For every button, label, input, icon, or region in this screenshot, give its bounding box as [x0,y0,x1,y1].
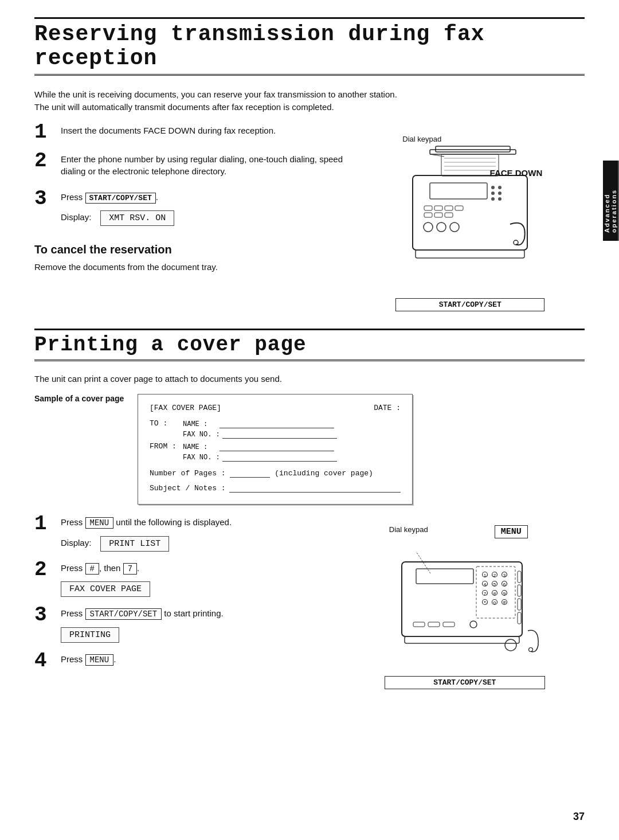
svg-text:*: * [484,600,486,605]
svg-rect-27 [416,250,524,258]
svg-point-7 [498,192,502,195]
svg-text:#: # [503,600,506,605]
display-value-s2-2: FAX COVER PAGE [61,581,150,597]
svg-rect-57 [518,599,521,610]
svg-rect-58 [518,612,521,624]
svg-rect-60 [428,622,440,627]
section2-step-1-text: Press MENU until the following is displa… [61,516,328,529]
section2-step-3-text: Press START/COPY/SET to start printing. [61,607,328,620]
section2-step-1-number: 1 [34,514,55,534]
svg-text:8: 8 [493,591,496,596]
section2-step-2-text: Press #, then 7. [61,562,328,575]
svg-rect-12 [445,206,453,210]
section1-intro: While the unit is receiving documents, y… [34,88,585,114]
step-3-text: Press START/COPY/SET. [61,191,344,204]
svg-text:2: 2 [493,573,496,578]
svg-rect-1 [436,146,510,152]
svg-rect-13 [455,206,463,210]
hash-button: # [85,563,99,575]
start-copy-set-label-2: START/COPY/SET [385,676,545,689]
dial-keypad-label: Dial keypad [402,135,441,143]
svg-rect-3 [430,183,487,199]
cover-sample-row: Sample of a cover page [FAX COVER PAGE] … [34,394,585,505]
section2-step-4-text: Press MENU. [61,653,328,666]
cancel-section: To cancel the reservation Remove the doc… [34,243,344,272]
faxno-label-to: FAX NO. : [183,431,220,439]
svg-rect-14 [424,213,432,217]
start-copy-set-label-1: START/COPY/SET [395,298,544,311]
step-1-number: 1 [34,122,55,143]
step-3: 3 Press START/COPY/SET. Display: XMT RSV… [34,191,344,226]
section2-step-4: 4 Press MENU. [34,653,328,671]
section2-step-1: 1 Press MENU until the following is disp… [34,516,328,552]
page-number: 37 [573,811,585,823]
face-down-label: FACE DOWN [490,168,543,178]
svg-rect-10 [424,206,432,210]
svg-point-17 [424,222,433,232]
step-2: 2 Enter the phone number by using regula… [34,153,344,181]
cancel-title: To cancel the reservation [34,243,344,256]
svg-point-19 [450,222,459,232]
cover-subject-row: Subject / Notes : [150,483,401,493]
section2-intro: The unit can print a cover page to attac… [34,374,585,384]
svg-text:0: 0 [493,600,496,605]
section2-step-3-number: 3 [34,605,55,626]
side-tab: Advanced operations [603,161,619,241]
display-label: Display: [61,212,91,222]
svg-rect-15 [434,213,442,217]
svg-point-6 [491,192,495,195]
svg-rect-16 [445,213,453,217]
svg-point-64 [528,648,532,652]
svg-text:7: 7 [484,591,487,596]
svg-rect-65 [405,636,519,643]
step-1: 1 Insert the documents FACE DOWN during … [34,124,344,143]
fax-illustration-2: Dial keypad MENU 1 2 3 [345,516,585,689]
svg-point-5 [498,186,502,189]
svg-point-66 [505,639,516,651]
section2-step-2-number: 2 [34,560,55,580]
display-value-s2-3: PRINTING [61,627,119,643]
section2-steps: 1 Press MENU until the following is disp… [34,516,585,689]
menu-label-2: MENU [495,525,528,538]
section2-step-2: 2 Press #, then 7. FAX COVER PAGE [34,562,328,597]
svg-rect-29 [416,569,473,584]
svg-text:3: 3 [503,573,506,578]
fax-illustration-1: Dial keypad FACE DOWN [356,124,585,311]
svg-point-4 [491,186,495,189]
seven-button: 7 [123,563,137,575]
section2-step-4-number: 4 [34,651,55,671]
faxno-label-from: FAX NO. : [183,454,220,462]
svg-text:5: 5 [493,582,496,587]
svg-text:1: 1 [484,573,487,578]
cover-page-box: [FAX COVER PAGE] DATE : TO : NAME : FAX … [138,394,413,505]
dial-keypad-label-2: Dial keypad [389,525,428,534]
start-copy-set-button: START/COPY/SET [85,193,156,204]
section2-step-3: 3 Press START/COPY/SET to start printing… [34,607,328,643]
svg-rect-56 [518,585,521,596]
step-2-number: 2 [34,151,55,171]
cover-page-date: DATE : [374,404,401,412]
menu-button-1: MENU [85,517,114,529]
svg-point-8 [491,197,495,201]
cancel-text: Remove the documents from the document t… [34,262,344,272]
display-value-1: XMT RSV. ON [100,210,174,226]
svg-point-18 [437,222,446,232]
cover-page-title: [FAX COVER PAGE] [150,404,401,412]
start-copy-set-button-2: START/COPY/SET [85,608,162,620]
from-label: FROM : [150,442,178,451]
svg-rect-11 [434,206,442,210]
step-3-number: 3 [34,189,55,209]
svg-point-20 [514,240,518,245]
menu-button-2: MENU [85,654,114,666]
svg-point-9 [498,197,502,201]
svg-text:4: 4 [484,582,487,587]
svg-rect-55 [518,571,521,583]
svg-rect-61 [443,622,455,627]
section2-title: Printing a cover page [34,329,585,362]
name-label-from: NAME : [183,443,217,451]
section1-title: Reserving transmission during fax recept… [34,17,585,76]
svg-text:6: 6 [503,582,506,587]
cover-pages-row: Number of Pages : (including cover page) [150,468,401,478]
svg-text:9: 9 [503,591,506,596]
svg-point-62 [470,621,477,628]
